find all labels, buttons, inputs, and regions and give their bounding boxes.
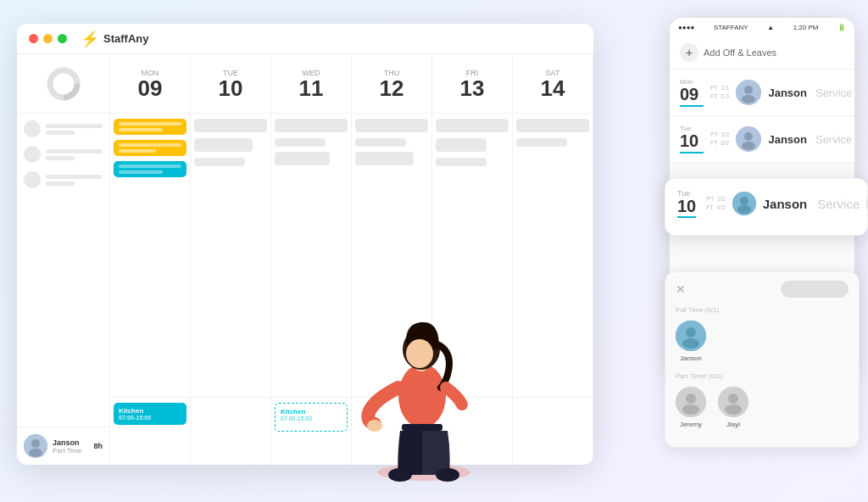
employee-hours: 8h <box>93 442 103 450</box>
ph-shift <box>194 138 253 152</box>
ph-shift-sm <box>194 158 245 166</box>
shift-block-yellow[interactable] <box>114 119 186 135</box>
svg-point-27 <box>406 339 433 368</box>
ph-line <box>46 124 103 128</box>
phone-underline <box>680 105 704 107</box>
scene: ⚡ StaffAny <box>0 0 868 502</box>
day-num-wed: 11 <box>299 77 324 99</box>
staff-avatar-janson <box>676 321 706 351</box>
ph-shift-sm <box>355 138 406 147</box>
staff-name-janson: Janson <box>680 354 702 362</box>
phone-status-bar: ●●●● STAFFANY ▲ 1:20 PM 🔋 <box>670 18 854 36</box>
svg-point-28 <box>367 420 382 432</box>
staff-member-jeremy[interactable]: Jeremy <box>676 387 706 428</box>
day-header-fri: Fri 13 <box>432 54 513 113</box>
ph-shift <box>516 119 589 132</box>
staff-member-janson[interactable]: Janson <box>676 321 706 362</box>
ph-line-short <box>46 131 75 135</box>
staff-avatar-jeremy <box>676 387 706 417</box>
close-panel-button[interactable]: ✕ <box>676 282 686 296</box>
ph-line-short <box>46 181 75 186</box>
illustration-svg <box>322 265 526 485</box>
ph-shift <box>436 119 509 132</box>
shift-time-mon: 07:00-15:00 <box>119 415 181 421</box>
day-num-tue: 10 <box>219 77 243 99</box>
svg-point-21 <box>728 393 738 404</box>
phone-day-row-mon[interactable]: Mon 09 PT 1/1 FT 0.0 Janson Service + › <box>670 70 854 116</box>
wifi-icon: ▲ <box>767 24 774 31</box>
phone-avatar-mon <box>736 80 761 105</box>
svg-point-30 <box>388 468 412 482</box>
add-off-leaves-button[interactable]: + <box>680 43 698 62</box>
minimize-button[interactable] <box>43 34 53 43</box>
calendar-sidebar: Janson Part Time 8h <box>17 54 110 465</box>
card-stats: PT 1/2 FT 0/2 <box>706 195 725 212</box>
employee-type: Part Time <box>53 447 81 455</box>
full-time-label: Full Time (0/1) <box>676 306 849 314</box>
staff-name-jeremy: Jeremy <box>680 421 702 428</box>
logo-icon: ⚡ <box>81 30 99 48</box>
card-underline <box>677 216 696 218</box>
day-num-mon: 09 <box>138 77 163 99</box>
ph-lines <box>46 149 103 160</box>
phone-underline-tue <box>680 152 704 153</box>
ph-avatar <box>24 146 41 163</box>
ph-lines <box>46 124 103 135</box>
svg-point-9 <box>744 132 753 141</box>
card-day-row: Tue 10 PT 1/2 FT 0/2 Janson Service + › <box>677 189 855 218</box>
svg-point-3 <box>31 439 40 448</box>
donut-chart-icon <box>45 65 82 103</box>
svg-point-18 <box>686 393 696 404</box>
shift-block-yellow-2[interactable] <box>114 140 186 156</box>
ph-line-short <box>46 156 75 160</box>
shift-label-mon: Kitchen <box>119 407 181 415</box>
titlebar: ⚡ StaffAny <box>17 24 593 54</box>
janson-avatar-svg <box>676 321 706 351</box>
phone-avatar-tue <box>736 126 761 152</box>
staff-member-jiayi[interactable]: Jiayi <box>718 387 748 428</box>
app-name: StaffAny <box>103 32 148 45</box>
day-header-thu: Thu 12 <box>352 54 432 113</box>
maximize-button[interactable] <box>58 34 67 43</box>
avatar-mon-svg <box>736 80 761 105</box>
ph-avatar <box>24 171 41 188</box>
day-col-mon-bottom: Kitchen 07:00-15:00 <box>110 398 191 465</box>
avatar-tue-svg <box>736 126 761 152</box>
staff-panel: ✕ Full Time (0/1) Janson Part Timer (0/1… <box>665 271 860 448</box>
card-avatar <box>732 192 756 215</box>
calendar-header: Mon 09 Tue 10 Wed 11 Thu 12 <box>110 54 593 114</box>
phone-service-mon: Service <box>815 86 852 99</box>
part-time-staff-row: Jeremy Jiayi <box>676 387 849 428</box>
phone-card-overlay: Tue 10 PT 1/2 FT 0/2 Janson Service + › <box>665 178 868 236</box>
ph-shift-sm <box>436 158 487 166</box>
card-service-label: Service <box>817 197 860 211</box>
day-num-col-tue: Tue 10 <box>680 125 704 153</box>
kitchen-shift-mon[interactable]: Kitchen 07:00-15:00 <box>114 403 186 425</box>
day-col-mon-top <box>110 114 191 397</box>
svg-rect-29 <box>402 424 442 431</box>
ph-shift <box>275 152 330 165</box>
card-avatar-svg <box>732 192 756 215</box>
day-col-tue-top <box>191 114 271 397</box>
phone-stats-tue: PT 1/2 FT 0/2 <box>710 131 729 148</box>
svg-point-22 <box>725 404 742 415</box>
placeholder-row <box>24 146 103 163</box>
svg-point-12 <box>740 197 748 205</box>
ph-shift <box>194 119 267 132</box>
day-num-fri: 13 <box>460 77 485 99</box>
ph-line <box>46 175 103 179</box>
ph-line <box>46 149 103 153</box>
day-header-tue: Tue 10 <box>191 54 271 113</box>
day-num-thu: 12 <box>380 77 404 99</box>
svg-point-15 <box>686 327 696 337</box>
close-button[interactable] <box>29 34 38 43</box>
phone-stats-mon: PT 1/1 FT 0.0 <box>710 84 729 101</box>
day-header-wed: Wed 11 <box>271 54 352 113</box>
shift-block-teal[interactable] <box>114 161 186 177</box>
phone-day-row-tue[interactable]: Tue 10 PT 1/2 FT 0/2 Janson Service + › <box>670 116 854 163</box>
phone-employee-name-tue: Janson <box>768 133 807 146</box>
day-num-col-mon: Mon 09 <box>680 78 704 107</box>
employee-name-col: Janson Part Time <box>53 438 81 455</box>
staff-avatar-jiayi <box>718 387 748 417</box>
part-time-label: Part Timer (0/1) <box>676 372 849 380</box>
